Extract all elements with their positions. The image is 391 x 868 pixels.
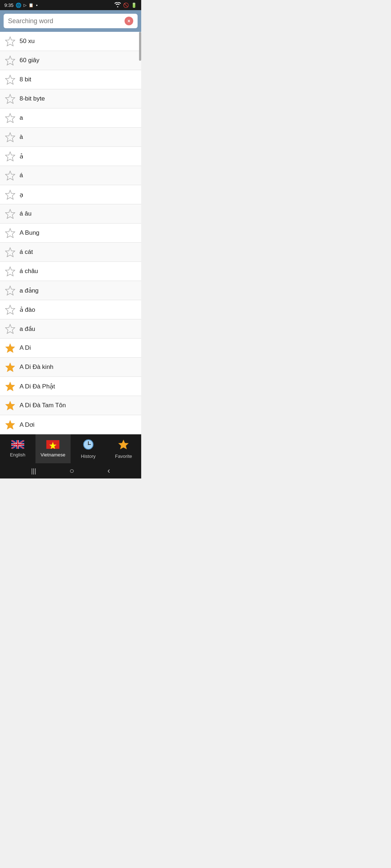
status-bar: 9:35 🌐 ▷ 📋 ● 🚫 🔋 [0, 0, 141, 10]
nav-label-vietnamese: Vietnamese [41, 452, 65, 458]
svg-marker-5 [5, 133, 15, 142]
status-left: 9:35 🌐 ▷ 📋 ● [4, 3, 38, 8]
svg-marker-18 [5, 382, 15, 391]
svg-point-28 [88, 444, 89, 445]
list-item[interactable]: A Dơi [0, 415, 141, 434]
star-empty-icon [5, 190, 15, 200]
status-right: 🚫 🔋 [114, 2, 137, 8]
scrollbar-thumb[interactable] [139, 32, 141, 61]
star-empty-icon [5, 228, 15, 238]
word-text: ạ [20, 191, 23, 199]
word-text: ả [20, 153, 23, 160]
star-empty-icon [5, 305, 15, 315]
star-empty-icon [5, 55, 15, 65]
word-text: ả đào [20, 306, 35, 314]
list-item[interactable]: A Di Đà kinh [0, 358, 141, 377]
word-text: A Di Đà Phật [20, 383, 55, 390]
battery-icon: 🔋 [131, 3, 137, 8]
star-empty-icon [5, 94, 15, 104]
bottom-nav: English Vietnamese History [0, 434, 141, 463]
word-text: 60 giây [20, 57, 39, 64]
dot-icon: ● [36, 4, 38, 7]
svg-marker-17 [5, 363, 15, 372]
svg-marker-12 [5, 267, 15, 276]
list-item[interactable]: A Di Đà Tam Tôn [0, 396, 141, 415]
search-bar: × [0, 10, 141, 32]
star-empty-icon [5, 324, 15, 334]
svg-marker-7 [5, 171, 15, 180]
star-filled-icon [5, 381, 15, 391]
word-text: a [20, 114, 23, 122]
list-item[interactable]: ả [0, 147, 141, 166]
list-item[interactable]: á cát [0, 243, 141, 262]
word-text: á [20, 172, 23, 179]
back-button[interactable]: ‹ [108, 466, 110, 476]
list-item[interactable]: 60 giây [0, 51, 141, 70]
list-item[interactable]: à [0, 128, 141, 147]
list-item[interactable]: á âu [0, 204, 141, 224]
svg-marker-1 [5, 56, 15, 65]
word-text: A Dơi [20, 421, 34, 429]
star-empty-icon [5, 209, 15, 219]
star-empty-icon [5, 132, 15, 142]
list-item[interactable]: ạ [0, 185, 141, 204]
star-empty-icon [5, 170, 15, 180]
word-text: 50 xu [20, 38, 35, 45]
word-text: á châu [20, 268, 38, 275]
word-text: A Di [20, 344, 31, 352]
star-empty-icon [5, 266, 15, 276]
star-empty-icon [5, 151, 15, 161]
star-filled-icon [5, 343, 15, 353]
nav-item-vietnamese[interactable]: Vietnamese [35, 434, 71, 463]
wifi-icon [114, 2, 121, 8]
search-input[interactable] [8, 17, 125, 25]
svg-marker-14 [5, 305, 15, 314]
list-item[interactable]: á [0, 166, 141, 185]
svg-marker-10 [5, 229, 15, 238]
word-text: á cát [20, 248, 33, 256]
time-display: 9:35 [4, 3, 13, 8]
svg-marker-20 [5, 420, 15, 429]
word-text: 8-bit byte [20, 95, 45, 102]
search-clear-button[interactable]: × [125, 17, 133, 25]
word-text: a đảng [20, 287, 39, 294]
list-item[interactable]: A Di [0, 339, 141, 358]
list-item[interactable]: á châu [0, 262, 141, 281]
list-item[interactable]: 8-bit byte [0, 89, 141, 109]
nav-label-english: English [10, 452, 25, 458]
list-item[interactable]: 50 xu [0, 32, 141, 51]
nav-item-history[interactable]: History [71, 434, 106, 463]
english-flag-icon [11, 440, 24, 451]
search-input-wrapper: × [4, 14, 138, 28]
play-icon: ▷ [24, 3, 26, 8]
word-text: A Di Đà Tam Tôn [20, 402, 66, 409]
list-item[interactable]: A Di Đà Phật [0, 377, 141, 396]
star-filled-icon [5, 362, 15, 372]
star-empty-icon [5, 247, 15, 257]
list-item[interactable]: 8 bit [0, 70, 141, 89]
home-button[interactable]: ○ [70, 466, 74, 476]
system-nav: ||| ○ ‹ [0, 463, 141, 478]
clear-icon: × [125, 17, 133, 25]
list-item[interactable]: A Bung [0, 224, 141, 243]
word-text: à [20, 133, 23, 141]
list-item[interactable]: a đảng [0, 281, 141, 300]
list-item[interactable]: a đầu [0, 319, 141, 339]
svg-marker-0 [5, 37, 15, 46]
star-filled-icon [5, 420, 15, 430]
svg-marker-29 [118, 440, 129, 449]
recent-apps-button[interactable]: ||| [31, 467, 36, 475]
word-list: 50 xu 60 giây 8 bit 8-bit byte a à ả á ạ [0, 32, 141, 434]
svg-marker-9 [5, 209, 15, 218]
nav-label-history: History [81, 454, 96, 459]
star-empty-icon [5, 36, 15, 46]
list-item[interactable]: a [0, 109, 141, 128]
word-text: A Di Đà kinh [20, 363, 54, 371]
svg-marker-19 [5, 401, 15, 410]
nav-item-english[interactable]: English [0, 434, 35, 463]
nav-item-favorite[interactable]: Favorite [106, 434, 142, 463]
nav-label-favorite: Favorite [115, 454, 132, 459]
star-empty-icon [5, 75, 15, 85]
list-item[interactable]: ả đào [0, 300, 141, 319]
globe-icon: 🌐 [16, 3, 21, 8]
